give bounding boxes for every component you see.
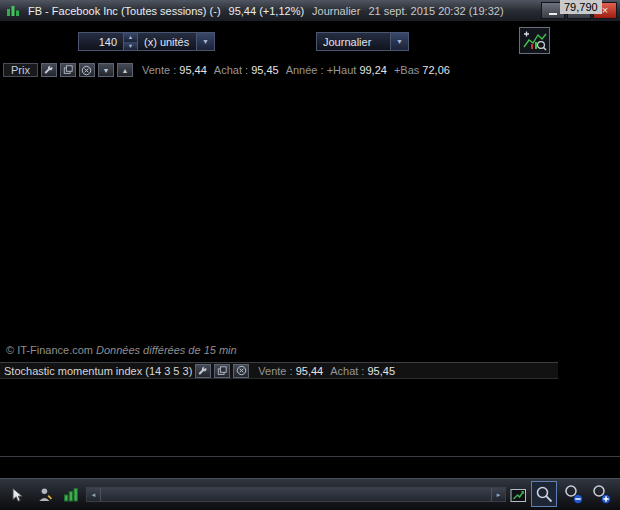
- units-count-value[interactable]: 140: [79, 33, 123, 50]
- trading-app-window: FB - Facebook Inc (Toutes sessions) (-) …: [0, 0, 620, 510]
- chevron-down-icon[interactable]: ▼: [196, 33, 214, 50]
- expand-panel-button[interactable]: ▲: [117, 63, 133, 77]
- wrench-icon: [44, 65, 54, 75]
- title-period: Journalier: [312, 5, 360, 17]
- chart-growth-icon: [510, 487, 527, 503]
- close-circle-icon: [81, 65, 92, 76]
- timeframe-value: Journalier: [317, 33, 390, 50]
- bottom-toolbar: ◄ ►: [0, 478, 620, 510]
- mini-chart-zoom-icon: [522, 30, 547, 51]
- spin-up-icon[interactable]: ▲: [124, 33, 137, 42]
- scrollbar-thumb[interactable]: [100, 488, 492, 501]
- zoom-in-button[interactable]: [588, 482, 614, 507]
- user-tool-button[interactable]: [32, 482, 58, 507]
- close-circle-icon: [236, 365, 247, 376]
- units-count-spinner[interactable]: 140 ▲ ▼: [78, 32, 138, 51]
- window-icon: [217, 366, 227, 376]
- scroll-left-button[interactable]: ◄: [87, 488, 100, 501]
- cursor-tool-button[interactable]: [4, 482, 30, 507]
- zoom-out-icon: [563, 484, 584, 505]
- detach-window-button[interactable]: [60, 63, 76, 77]
- new-chart-button[interactable]: [505, 482, 531, 507]
- zoom-out-button[interactable]: [560, 482, 586, 507]
- collapse-panel-button[interactable]: ▼: [98, 63, 114, 77]
- watermark: © IT-Finance.com Données différées de 15…: [6, 344, 237, 356]
- units-type-value: (x) unités: [138, 33, 196, 50]
- cursor-icon: [10, 487, 25, 503]
- title-datetime: 21 sept. 2015 20:32 (19:32): [368, 5, 503, 17]
- stoch-panel-title: Stochastic momentum index (14 3 5 3): [4, 365, 192, 377]
- magnifier-icon: [535, 485, 554, 504]
- price-panel-header: Prix ▼ ▲ Vente : 95,44Achat : 95,45Année…: [3, 63, 457, 77]
- detach-window-button[interactable]: [214, 364, 230, 378]
- list-tool-button[interactable]: [58, 482, 84, 507]
- title-price: 95,44 (+1,12%): [229, 5, 305, 17]
- zoom-in-icon: [591, 484, 612, 505]
- stoch-value-badge: 79,790: [560, 0, 602, 14]
- window-title: FB - Facebook Inc (Toutes sessions) (-): [28, 5, 221, 17]
- close-panel-button[interactable]: [79, 63, 95, 77]
- units-type-dropdown[interactable]: (x) unités ▼: [137, 32, 215, 51]
- top-toolbar: 140 ▲ ▼ (x) unités ▼ Journalier ▼: [0, 22, 620, 60]
- wrench-icon: [198, 366, 208, 376]
- close-panel-button[interactable]: [233, 364, 249, 378]
- price-panel-title: Prix: [3, 63, 38, 77]
- columns-icon: [63, 487, 79, 502]
- price-quote-info: Vente : 95,44Achat : 95,45Année : +Haut …: [142, 64, 457, 76]
- scroll-right-button[interactable]: ►: [492, 488, 505, 501]
- timeframe-dropdown[interactable]: Journalier ▼: [316, 32, 409, 51]
- price-axis[interactable]: [559, 60, 620, 456]
- chevron-down-icon[interactable]: ▼: [390, 33, 408, 50]
- chart-canvas[interactable]: [0, 60, 620, 456]
- spinner-arrows: ▲ ▼: [123, 33, 137, 50]
- app-logo-icon: [6, 4, 20, 17]
- window-icon: [63, 65, 73, 75]
- stoch-panel-header: Stochastic momentum index (14 3 5 3) Ven…: [0, 362, 558, 379]
- settings-wrench-button[interactable]: [195, 364, 211, 378]
- title-bar[interactable]: FB - Facebook Inc (Toutes sessions) (-) …: [0, 0, 620, 22]
- settings-wrench-button[interactable]: [41, 63, 57, 77]
- zoom-select-button[interactable]: [531, 481, 557, 507]
- chart-settings-button[interactable]: [519, 27, 550, 54]
- stoch-quote-info: Vente : 95,44Achat : 95,45: [258, 365, 402, 377]
- spin-down-icon[interactable]: ▼: [124, 42, 137, 51]
- time-axis[interactable]: [0, 456, 620, 478]
- minimize-icon: [549, 13, 557, 15]
- chart-scrollbar[interactable]: ◄ ►: [86, 487, 506, 502]
- person-icon: [38, 487, 53, 502]
